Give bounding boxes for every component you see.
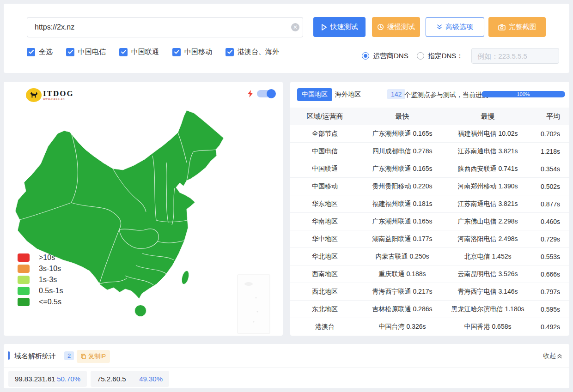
dns-stats-panel: 域名解析统计 2 复制IP 收起 99.83.231.61 50.70% 75.… [4,344,569,388]
col-header-region: 区域/运营商 [290,112,360,121]
south-china-sea-inset [238,275,270,333]
cell-fastest: 广东潮州联通 0.165s [360,130,445,138]
ip-address: 75.2.60.5 [97,375,126,383]
cell-region: 西北地区 [290,288,360,296]
radio-carrier-dns[interactable] [362,52,369,60]
legend-label: 3s-10s [39,265,61,273]
collapse-label: 收起 [543,352,556,360]
cell-slowest: 广东佛山电信 2.298s [445,217,530,226]
checkbox-china-mobile[interactable]: 中国移动 [172,48,212,56]
cell-fastest: 广东潮州联通 0.165s [360,165,445,173]
cell-average: 0.492s [530,323,569,331]
cell-average: 0.666s [530,271,569,278]
cell-slowest: 云南昆明电信 3.526s [445,270,530,278]
cell-fastest: 湖南益阳联通 0.177s [360,235,445,243]
cell-slowest: 江苏南通电信 3.821s [445,200,530,208]
cell-slowest: 北京电信 1.452s [445,253,530,261]
cell-slowest: 青海西宁电信 3.146s [445,288,530,296]
ip-percent: 50.70% [57,375,80,383]
dns-count-badge: 2 [64,351,74,360]
dns-option-row: 运营商DNS 指定DNS： [362,48,559,64]
copy-ip-label: 复制IP [88,352,106,361]
legend-swatch [18,298,30,306]
cell-slowest: 河南洛阳电信 2.498s [445,235,530,243]
advanced-options-button[interactable]: 高级选项 [426,17,484,37]
cell-slowest: 中国香港 0.658s [445,323,530,331]
checkbox-select-all[interactable]: 全选 [27,48,53,56]
collapse-button[interactable]: 收起 [543,352,562,360]
logo-subtitle: www.itdog.cn [43,97,74,101]
radio-dot [364,54,367,58]
cell-region: 中国移动 [290,182,360,191]
legend-label: <=0.5s [39,298,61,306]
china-map-panel: ITDOG www.itdog.cn >10s 3s-10s 1s-3s 0.5… [4,82,283,336]
test-control-panel: ✕ 快速测试 缓慢测试 高级选项 完整截图 全选 中国电信 中国联通 中国移动 [4,4,569,73]
ip-address: 99.83.231.61 [15,375,55,383]
cell-fastest: 内蒙古联通 0.250s [360,253,445,261]
cell-region: 华东地区 [290,200,360,208]
tab-china-region[interactable]: 中国地区 [297,88,332,101]
cell-average: 0.553s [530,253,569,260]
progress-bar: 100% [482,91,565,97]
map-mode-toggle[interactable] [257,90,275,97]
legend-item: 0.5s-1s [18,287,63,295]
checkbox-label: 中国联通 [131,48,159,56]
ip-chip: 75.2.60.5 49.30% [91,371,169,387]
copy-ip-button[interactable]: 复制IP [77,350,110,363]
slow-test-button[interactable]: 缓慢测试 [372,17,420,37]
progress-label: 100% [517,91,530,97]
cell-fastest: 四川成都电信 0.278s [360,147,445,156]
cell-slowest: 陕西西安联通 0.741s [445,165,530,173]
table-row: 华北地区 内蒙古联通 0.250s 北京电信 1.452s 0.553s [290,248,569,265]
quick-test-label: 快速测试 [330,23,358,31]
legend-swatch [18,287,30,295]
cell-average: 0.595s [530,306,569,313]
table-row: 华中地区 湖南益阳联通 0.177s 河南洛阳电信 2.498s 0.729s [290,230,569,248]
cell-average: 0.797s [530,288,569,296]
legend-swatch [18,253,30,262]
ip-chip-row: 99.83.231.61 50.70% 75.2.60.5 49.30% [8,371,169,387]
full-screenshot-button[interactable]: 完整截图 [488,17,546,37]
cell-average: 0.502s [530,183,569,190]
taiwan-shape [180,270,190,285]
cell-fastest: 重庆联通 0.188s [360,270,445,278]
clear-input-icon[interactable]: ✕ [291,23,299,31]
tab-overseas-region[interactable]: 海外地区 [335,90,361,99]
cell-slowest: 黑龙江哈尔滨电信 1.180s [445,305,530,314]
table-row: 西北地区 青海西宁联通 0.217s 青海西宁电信 3.146s 0.797s [290,283,569,301]
cell-fastest: 福建福州联通 0.181s [360,200,445,208]
cell-region: 全部节点 [290,130,360,138]
cell-fastest: 吉林松原联通 0.286s [360,305,445,314]
radio-carrier-dns-label: 运营商DNS [373,52,408,60]
cell-region: 港澳台 [290,323,360,331]
cell-average: 0.460s [530,218,569,225]
logo-title: ITDOG [43,90,74,97]
url-input[interactable] [27,17,303,37]
hainan-shape [135,305,146,317]
table-row: 港澳台 中国台湾 0.326s 中国香港 0.658s 0.492s [290,318,569,336]
custom-dns-input[interactable] [471,48,559,64]
fast-mode-toggle-wrap [248,90,275,97]
full-screenshot-label: 完整截图 [509,23,536,31]
legend-swatch [18,265,30,273]
radio-custom-dns[interactable] [417,52,424,60]
table-row: 华南地区 广东潮州联通 0.165s 广东佛山电信 2.298s 0.460s [290,213,569,230]
checkbox-hmt-overseas[interactable]: 港澳台、海外 [226,48,279,56]
col-header-fastest: 最快 [360,112,445,121]
dns-stats-title: 域名解析统计 [14,352,56,361]
cell-average: 0.729s [530,235,569,243]
checkbox-china-unicom[interactable]: 中国联通 [119,48,159,56]
monitor-count-badge: 142 [387,89,405,99]
results-panel: 中国地区 海外地区 142 个监测点参与测试，当前进度： 100% 区域/运营商… [290,82,569,336]
table-row: 华东地区 福建福州联通 0.181s 江苏南通电信 3.821s 0.877s [290,195,569,213]
col-header-slowest: 最慢 [445,112,530,121]
clock-icon [377,24,384,30]
checkbox-china-telecom[interactable]: 中国电信 [66,48,106,56]
legend-swatch [18,276,30,284]
cell-region: 中国联通 [290,165,360,173]
col-header-average: 平均 [530,112,569,121]
quick-test-button[interactable]: 快速测试 [313,17,366,37]
chevrons-up-icon [557,354,562,359]
cell-slowest: 河南郑州移动 1.390s [445,182,530,191]
legend-item: 3s-10s [18,265,63,273]
